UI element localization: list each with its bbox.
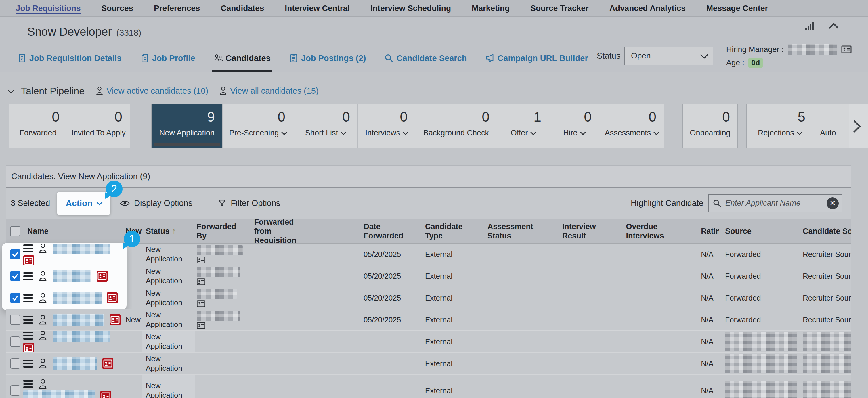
candidate-name-redacted[interactable] <box>53 292 101 304</box>
pipeline-group-2: 9New Application0Pre-Screening0Short Lis… <box>151 104 664 148</box>
column-header-forwarded-from-requisition[interactable]: Forwarded from Requisition <box>252 219 360 243</box>
pipeline-stage-assessments[interactable]: 0Assessments <box>599 104 664 148</box>
resume-icon[interactable] <box>107 293 118 303</box>
resume-icon[interactable] <box>102 358 113 369</box>
assessment-status-cell <box>485 287 560 309</box>
nav-item-marketing[interactable]: Marketing <box>472 4 509 13</box>
tab-job-postings-2[interactable]: Job Postings (2) <box>289 44 366 72</box>
candidate-type-cell: External <box>423 331 485 352</box>
overdue-interviews-cell <box>623 287 693 309</box>
search-input[interactable] <box>725 198 823 208</box>
pipeline-stage-forwarded[interactable]: 0Forwarded <box>9 104 67 148</box>
overdue-interviews-cell <box>623 375 693 398</box>
column-header-source[interactable]: Source <box>719 219 800 243</box>
column-header-forwarded-by[interactable]: Forwarded By <box>195 219 252 243</box>
section-collapse-chevron-icon[interactable] <box>7 87 14 93</box>
status-cell: New Application <box>142 309 195 330</box>
candidate-name-redacted[interactable] <box>53 331 110 342</box>
row-menu-icon[interactable] <box>23 244 33 252</box>
nav-item-message-center[interactable]: Message Center <box>706 4 768 13</box>
column-header-interview-result[interactable]: Interview Result <box>560 219 623 243</box>
nav-item-advanced-analytics[interactable]: Advanced Analytics <box>610 4 686 13</box>
status-cell: New Application <box>142 375 195 398</box>
tab-candidate-search[interactable]: Candidate Search <box>384 44 467 72</box>
candidate-name-redacted[interactable] <box>53 358 97 370</box>
resume-icon[interactable] <box>100 391 111 398</box>
row-menu-icon[interactable] <box>23 294 33 302</box>
clear-search-icon[interactable]: ✕ <box>827 197 839 209</box>
row-checkbox[interactable] <box>10 385 21 396</box>
resume-icon[interactable] <box>23 255 34 265</box>
row-checkbox[interactable] <box>10 271 21 281</box>
row-menu-icon[interactable] <box>23 332 33 340</box>
row-menu-icon[interactable] <box>23 360 33 368</box>
select-all-checkbox[interactable] <box>10 226 21 236</box>
interview-result-cell <box>560 331 623 352</box>
nav-item-sources[interactable]: Sources <box>101 4 133 13</box>
column-header-date-forwarded[interactable]: Date Forwarded <box>360 219 423 243</box>
pipeline-stage-auto[interactable]: Auto <box>813 104 849 148</box>
row-menu-icon[interactable] <box>23 316 33 324</box>
tab-candidates[interactable]: Candidates <box>214 44 271 72</box>
pipeline-stage-offer[interactable]: 1Offer <box>497 104 549 148</box>
nav-item-interview-scheduling[interactable]: Interview Scheduling <box>370 4 451 13</box>
column-header-status[interactable]: Status↑ <box>142 219 195 243</box>
tab-job-profile[interactable]: Job Profile <box>140 44 195 72</box>
nav-item-preferences[interactable]: Preferences <box>154 4 200 13</box>
column-header-assessment-status[interactable]: Assessment Status <box>485 219 560 243</box>
column-header-candidate-type[interactable]: Candidate Type <box>423 219 485 243</box>
contact-card-icon[interactable] <box>841 45 851 54</box>
status-label: Status <box>597 51 620 61</box>
row-checkbox[interactable] <box>10 249 21 259</box>
pipeline-stage-new-application[interactable]: 9New Application <box>152 104 222 148</box>
pipeline-stage-invited-to-apply[interactable]: 0Invited To Apply <box>67 104 130 148</box>
collapse-header-chevron-up-icon[interactable] <box>828 22 839 29</box>
person-icon <box>219 86 227 95</box>
pipeline-stage-onboarding[interactable]: 0Onboarding <box>683 104 737 148</box>
column-header-rating[interactable]: Rating <box>693 219 719 243</box>
candidate-name-redacted[interactable] <box>53 270 91 282</box>
pipeline-stage-interviews[interactable]: 0Interviews <box>358 104 415 148</box>
rating-cell: N/A <box>693 309 719 330</box>
pipeline-stage-pre-screening[interactable]: 0Pre-Screening <box>222 104 293 148</box>
row-checkbox[interactable] <box>10 293 21 303</box>
pipeline-stage-rejections[interactable]: 5Rejections <box>747 104 813 148</box>
row-menu-icon[interactable] <box>23 380 33 388</box>
resume-icon[interactable] <box>23 343 34 352</box>
pipeline-stage-background-check[interactable]: 0Background Check <box>415 104 497 148</box>
column-header-name[interactable]: Name <box>23 219 124 243</box>
nav-item-interview-central[interactable]: Interview Central <box>285 4 350 13</box>
nav-item-job-requisitions[interactable]: Job Requisitions <box>16 4 81 13</box>
column-header-overdue-interviews[interactable]: Overdue Interviews <box>623 219 693 243</box>
resume-icon[interactable] <box>110 314 121 325</box>
row-checkbox[interactable] <box>10 336 21 347</box>
source-cell: Forwarded <box>719 266 800 287</box>
action-button[interactable]: Action <box>57 191 111 215</box>
pipeline-stage-short-list[interactable]: 0Short List <box>293 104 358 148</box>
overdue-interviews-cell <box>623 353 693 374</box>
candidate-name-redacted[interactable] <box>53 314 104 326</box>
pipeline-stage-hire[interactable]: 0Hire <box>549 104 599 148</box>
filter-options-button[interactable]: Filter Options <box>218 198 280 208</box>
candidate-name-redacted[interactable] <box>53 244 110 254</box>
rating-cell: N/A <box>693 287 719 309</box>
column-header-candidate-source[interactable]: Candidate Source <box>800 219 851 243</box>
tab-campaign-url-builder[interactable]: Campaign URL Builder <box>485 44 588 72</box>
view-all-candidates-link[interactable]: View all candidates (15) <box>219 86 318 96</box>
row-menu-icon[interactable] <box>23 272 33 280</box>
view-active-candidates-link[interactable]: View active candidates (10) <box>95 86 208 96</box>
contact-card-icon <box>197 300 205 307</box>
candidate-row: New Application05/20/2025ExternalN/AForw… <box>6 266 851 287</box>
tab-job-requisition-details[interactable]: Job Requisition Details <box>17 44 122 72</box>
resume-icon[interactable] <box>97 271 107 281</box>
display-options-button[interactable]: Display Options <box>120 198 192 208</box>
nav-item-source-tracker[interactable]: Source Tracker <box>530 4 588 13</box>
analytics-chart-icon[interactable] <box>805 21 814 30</box>
eye-icon <box>120 200 130 207</box>
row-checkbox[interactable] <box>10 358 21 369</box>
candidate-name-redacted[interactable] <box>23 390 95 398</box>
megaphone-icon <box>485 54 494 63</box>
row-checkbox[interactable] <box>10 315 21 325</box>
status-select[interactable]: Open <box>624 47 713 65</box>
nav-item-candidates[interactable]: Candidates <box>221 4 264 13</box>
